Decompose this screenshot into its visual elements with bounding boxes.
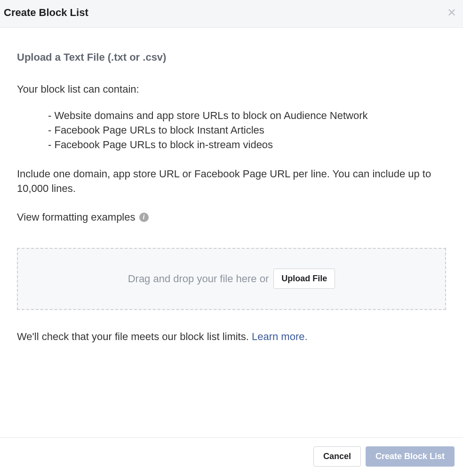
dialog-title: Create Block List	[4, 7, 88, 19]
upload-section-heading: Upload a Text File (.txt or .csv)	[17, 51, 446, 63]
dialog-content: Upload a Text File (.txt or .csv) Your b…	[0, 28, 463, 437]
create-block-list-button[interactable]: Create Block List	[366, 446, 455, 467]
close-icon[interactable]: ✕	[447, 7, 456, 18]
include-limit-text: Include one domain, app store URL or Fac…	[17, 167, 446, 196]
bullet-item: - Facebook Page URLs to block Instant Ar…	[48, 123, 446, 138]
formatting-examples-label: View formatting examples	[17, 211, 136, 223]
learn-more-link[interactable]: Learn more.	[252, 331, 308, 342]
dialog-header: Create Block List ✕	[0, 0, 463, 28]
bullet-item: - Website domains and app store URLs to …	[48, 109, 446, 123]
file-dropzone[interactable]: Drag and drop your file here or Upload F…	[17, 248, 446, 310]
check-text: We'll check that your file meets our blo…	[17, 331, 252, 342]
block-list-intro: Your block list can contain:	[17, 83, 446, 95]
cancel-button[interactable]: Cancel	[313, 446, 361, 467]
bullet-item: - Facebook Page URLs to block in-stream …	[48, 138, 446, 152]
upload-file-button[interactable]: Upload File	[273, 269, 335, 289]
dropzone-text: Drag and drop your file here or	[128, 273, 269, 285]
check-limits-text: We'll check that your file meets our blo…	[17, 331, 446, 343]
dialog-footer: Cancel Create Block List	[0, 437, 463, 476]
block-list-bullets: - Website domains and app store URLs to …	[17, 109, 446, 152]
formatting-row: View formatting examples i	[17, 211, 446, 223]
info-icon[interactable]: i	[139, 213, 149, 222]
